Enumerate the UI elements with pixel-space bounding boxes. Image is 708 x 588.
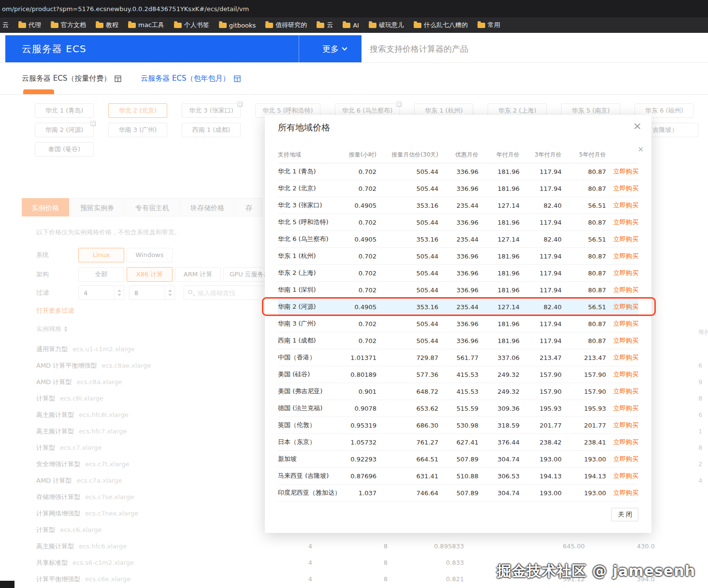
watermark: 掘金技术社区 @ jamesenh [497,561,695,581]
cell-5year: 194.13 [562,473,606,480]
bookmark-folder[interactable]: 个人书签 [174,21,209,29]
buy-now-link[interactable]: 立即购买 [613,269,638,276]
cell-monthly-discount: 336.96 [438,337,478,344]
bookmark-folder[interactable]: 教程 [96,21,118,29]
bookmark-folder[interactable]: 云 [0,21,9,29]
cell-region: 马来西亚 (吉隆坡) [278,472,342,480]
cell-5year: 80.87 [562,287,606,294]
buy-now-link[interactable]: 立即购买 [613,404,638,412]
bookmark-folder[interactable]: 云 [317,21,333,29]
cell-region: 华北 6 (乌兰察布) [278,235,342,244]
cell-3year: 117.94 [520,287,562,294]
buy-now-link[interactable]: 立即购买 [613,472,638,479]
buy-now-link[interactable]: 立即购买 [613,337,638,344]
cell-3year: 82.40 [520,202,562,209]
bookmark-folder[interactable]: 什么乱七八糟的 [414,21,468,29]
cell-monthly-discount: 336.96 [438,270,478,277]
cell-monthly-discount: 235.44 [438,236,478,243]
cell-monthly-discount: 336.96 [438,253,478,260]
buy-now-link[interactable]: 立即购买 [613,387,638,395]
buy-now-link[interactable]: 立即购买 [613,303,638,310]
bookmark-folder[interactable]: 代理 [18,21,41,29]
cell-month30: 686.30 [376,422,438,429]
cell-month30: 664.51 [376,456,438,463]
modal-close-button[interactable]: 关 闭 [611,508,638,521]
bookmark-label: gitbooks [229,22,256,29]
cell-monthly-discount: 530.98 [438,422,478,429]
bookmark-folder[interactable]: 官方文档 [51,21,86,29]
cell-month30: 353.16 [376,303,438,311]
cell-monthly-discount: 336.96 [438,320,478,328]
all-region-price-modal: 所有地域价格 × × 支持地域 按量(小时) 按量月估价(30天) 优惠月价 年… [265,115,651,533]
cell-monthly-discount: 336.96 [438,185,478,192]
close-icon[interactable]: × [633,121,642,131]
product-tab[interactable]: 云服务器 ECS（按量付费） [22,74,121,83]
cell-monthly-discount: 415.53 [438,388,478,395]
cell-yearly: 181.96 [478,320,520,328]
buy-now-link[interactable]: 立即购买 [613,286,638,293]
price-table-row: 美国 (硅谷) 0.80189 577.36 415.53 249.32 157… [278,366,638,383]
price-table-row: 华东 1 (杭州) 0.702 505.44 336.96 181.96 117… [278,248,638,265]
buy-now-link[interactable]: 立即购买 [613,252,638,259]
price-table-row: 华北 3 (张家口) 0.4905 353.16 235.44 127.14 8… [278,197,638,214]
buy-now-link[interactable]: 立即购买 [613,235,638,243]
cell-3year: 201.77 [520,422,562,429]
cell-hour: 0.702 [342,185,376,192]
bookmark-label: 代理 [29,21,41,29]
buy-now-link[interactable]: 立即购买 [613,168,638,175]
cell-3year: 195.93 [520,405,562,412]
bookmark-folder[interactable]: 破玩意儿 [369,21,404,29]
cell-month30: 729.87 [376,354,438,361]
cell-region: 华东 1 (杭州) [278,252,342,260]
buy-now-link[interactable]: 立即购买 [613,185,638,192]
header-divider [299,35,299,62]
cell-hour: 0.4905 [342,303,376,311]
product-tabbar: 云服务器 ECS（按量付费） 云服务器 ECS（包年包月） [0,63,708,95]
cell-region: 中国（香港） [278,353,342,362]
buy-now-link[interactable]: 立即购买 [613,371,638,378]
price-table-row: 华南 1 (深圳) 0.702 505.44 336.96 181.96 117… [278,282,638,299]
cell-yearly: 249.32 [478,371,520,378]
cell-hour: 0.80189 [342,371,376,378]
buy-now-link[interactable]: 立即购买 [613,354,638,361]
bookmark-folder[interactable]: 常用 [477,21,500,29]
product-tab[interactable]: 云服务器 ECS（包年包月） [141,74,240,83]
folder-icon [414,23,421,28]
product-search-input[interactable] [370,38,679,60]
bookmark-folder[interactable]: AI [343,22,359,29]
cell-month30: 653.62 [376,405,438,412]
buy-now-link[interactable]: 立即购买 [613,438,638,445]
cell-monthly-discount: 235.44 [438,303,478,311]
buy-now-link[interactable]: 立即购买 [613,455,638,462]
cell-3year: 194.13 [520,473,562,480]
cell-region: 华南 3 (广州) [278,319,342,328]
bookmark-folder[interactable]: gitbooks [219,22,256,29]
cell-yearly: 306.53 [478,473,520,480]
cell-yearly: 181.96 [478,270,520,277]
cell-monthly-discount: 561.77 [438,354,478,361]
buy-now-link[interactable]: 立即购买 [613,421,638,429]
cell-yearly: 181.96 [478,253,520,260]
buy-now-link[interactable]: 立即购买 [613,201,638,209]
close-icon-small[interactable]: × [637,146,644,153]
cell-month30: 746.64 [376,489,438,497]
cell-yearly: 181.96 [478,219,520,226]
cell-monthly-discount: 507.89 [438,456,478,463]
cell-hour: 0.87696 [342,473,376,480]
bookmark-folder[interactable]: mac工具 [128,21,164,29]
cell-hour: 0.702 [342,270,376,277]
bookmark-label: 官方文档 [61,21,86,29]
more-menu-button[interactable]: 更多 [307,35,361,62]
price-table-header: 支持地域 按量(小时) 按量月估价(30天) 优惠月价 年付月价 3年付月价 5… [278,146,638,163]
bookmark-folder[interactable]: 值得研究的 [265,21,307,29]
bookmark-label: 云 [2,21,9,29]
buy-now-link[interactable]: 立即购买 [613,218,638,226]
price-table-row: 美国 (弗吉尼亚) 0.901 648.72 415.53 249.32 157… [278,383,638,400]
buy-now-link[interactable]: 立即购买 [613,489,638,496]
cell-hour: 0.702 [342,168,376,175]
cell-monthly-discount: 507.89 [438,489,478,497]
cell-monthly-discount: 336.96 [438,219,478,226]
browser-url-bar[interactable]: om/price/product?spm=5176.ecsnewbuy.0.0.… [0,0,708,17]
buy-now-link[interactable]: 立即购买 [613,320,638,327]
product-tab-label: 云服务器 ECS（按量付费） [22,74,111,83]
